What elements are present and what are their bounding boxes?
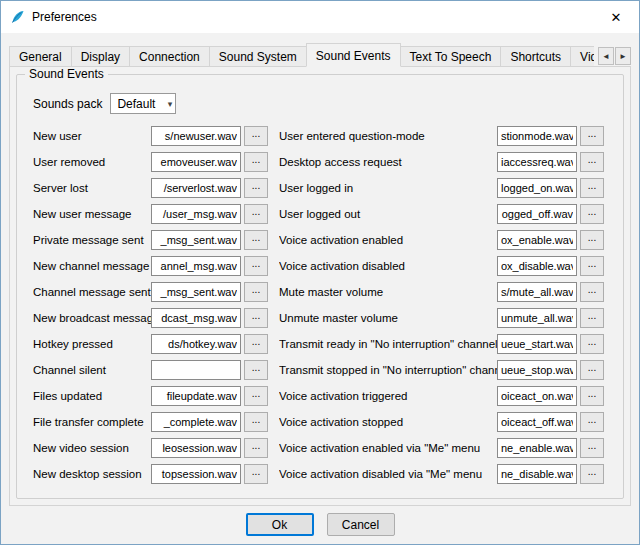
groupbox-title: Sound Events [25,67,108,81]
sound-event-row: Hotkey pressed ... [33,334,279,354]
browse-button[interactable]: ... [580,282,604,302]
event-label: User entered question-mode [279,130,497,142]
event-label: Voice activation enabled [279,234,497,246]
sound-event-row: New broadcast message ... [33,308,279,328]
event-label: User logged in [279,182,497,194]
sounds-pack-combobox[interactable]: Default ▾ [110,93,176,114]
browse-button[interactable]: ... [244,360,268,380]
browse-button[interactable]: ... [580,230,604,250]
events-column-right: User entered question-mode ... Desktop a… [279,126,615,490]
tab-text-to-speech[interactable]: Text To Speech [400,46,502,67]
tab-connection[interactable]: Connection [129,46,210,67]
tab-display[interactable]: Display [71,46,130,67]
sound-file-input[interactable] [497,178,577,198]
browse-button[interactable]: ... [244,152,268,172]
sound-file-input[interactable] [151,386,241,406]
event-label: Channel silent [33,364,151,376]
sound-file-input[interactable] [497,256,577,276]
sounds-pack-label: Sounds pack [33,97,102,111]
browse-button[interactable]: ... [580,204,604,224]
browse-button[interactable]: ... [580,438,604,458]
title-bar[interactable]: Preferences ✕ [1,1,639,33]
event-label: Transmit stopped in "No interruption" ch… [279,364,497,376]
sound-file-input[interactable] [151,256,241,276]
browse-button[interactable]: ... [580,256,604,276]
tab-scroll-left-button[interactable]: ◄ [598,47,614,65]
tab-video[interactable]: Video [570,46,594,67]
browse-button[interactable]: ... [244,256,268,276]
browse-button[interactable]: ... [244,230,268,250]
sound-file-input[interactable] [151,282,241,302]
browse-button[interactable]: ... [244,126,268,146]
tab-scroll-right-button[interactable]: ► [615,47,631,65]
sound-file-input[interactable] [497,230,577,250]
event-label: Channel message sent [33,286,151,298]
tab-shortcuts[interactable]: Shortcuts [500,46,571,67]
sound-file-input[interactable] [497,438,577,458]
sound-file-input[interactable] [151,178,241,198]
event-label: Hotkey pressed [33,338,151,350]
arrow-left-icon: ◄ [602,52,610,61]
dialog-content: General Display Connection Sound System … [1,33,639,544]
tab-sound-system[interactable]: Sound System [209,46,307,67]
sound-file-input[interactable] [497,152,577,172]
browse-button[interactable]: ... [244,386,268,406]
event-label: New desktop session [33,468,151,480]
browse-button[interactable]: ... [580,412,604,432]
browse-button[interactable]: ... [580,360,604,380]
sound-event-row: User removed ... [33,152,279,172]
sound-file-input[interactable] [151,152,241,172]
sound-file-input[interactable] [151,230,241,250]
browse-button[interactable]: ... [580,464,604,484]
ok-button[interactable]: Ok [246,513,314,536]
sound-file-input[interactable] [151,438,241,458]
event-label: Mute master volume [279,286,497,298]
browse-button[interactable]: ... [244,412,268,432]
sound-file-input[interactable] [497,204,577,224]
sound-file-input[interactable] [151,412,241,432]
browse-button[interactable]: ... [580,334,604,354]
sound-event-row: User logged out ... [279,204,615,224]
browse-button[interactable]: ... [580,126,604,146]
browse-button[interactable]: ... [244,178,268,198]
sound-event-row: Files updated ... [33,386,279,406]
browse-button[interactable]: ... [580,178,604,198]
sound-event-row: Server lost ... [33,178,279,198]
browse-button[interactable]: ... [580,152,604,172]
browse-button[interactable]: ... [244,308,268,328]
close-button[interactable]: ✕ [593,1,639,33]
event-label: Server lost [33,182,151,194]
sound-file-input[interactable] [497,308,577,328]
sound-event-row: New user ... [33,126,279,146]
event-label: Voice activation disabled [279,260,497,272]
browse-button[interactable]: ... [580,386,604,406]
sound-file-input[interactable] [151,464,241,484]
tab-bar: General Display Connection Sound System … [9,43,631,67]
tab-sound-events[interactable]: Sound Events [306,43,401,67]
sound-event-row: New desktop session ... [33,464,279,484]
sound-file-input[interactable] [151,126,241,146]
tab-panel: Sound Events Sounds pack Default ▾ New u… [9,66,631,506]
sound-file-input[interactable] [497,126,577,146]
sound-file-input[interactable] [497,282,577,302]
sound-file-input[interactable] [497,386,577,406]
sound-file-input[interactable] [151,308,241,328]
sound-file-input[interactable] [151,204,241,224]
sound-file-input[interactable] [497,360,577,380]
browse-button[interactable]: ... [244,282,268,302]
browse-button[interactable]: ... [244,334,268,354]
tab-general[interactable]: General [9,46,72,67]
sound-event-row: New user message ... [33,204,279,224]
sound-file-input[interactable] [151,334,241,354]
sound-file-input[interactable] [151,360,241,380]
browse-button[interactable]: ... [580,308,604,328]
browse-button[interactable]: ... [244,438,268,458]
sound-file-input[interactable] [497,334,577,354]
browse-button[interactable]: ... [244,204,268,224]
sound-file-input[interactable] [497,464,577,484]
browse-button[interactable]: ... [244,464,268,484]
event-label: Private message sent [33,234,151,246]
cancel-button[interactable]: Cancel [327,513,395,536]
sound-file-input[interactable] [497,412,577,432]
event-label: New video session [33,442,151,454]
